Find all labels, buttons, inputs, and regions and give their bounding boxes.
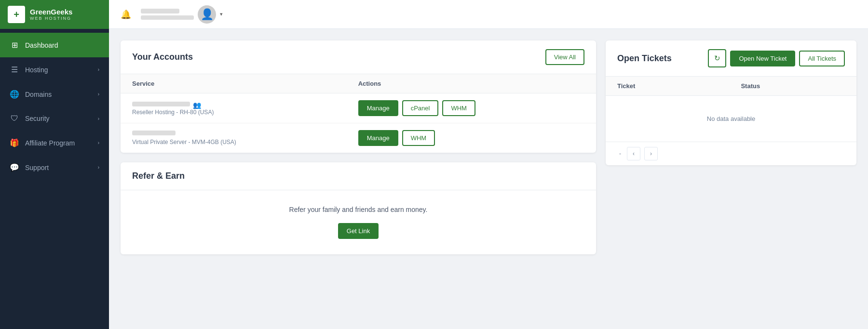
brand-name: GreenGeeks <box>30 8 72 16</box>
right-column: Open Tickets ↻ Open New Ticket All Ticke… <box>606 40 856 165</box>
username-redacted <box>141 9 179 13</box>
chevron-right-icon: › <box>98 67 99 72</box>
accounts-title: Your Accounts <box>132 52 193 62</box>
tickets-title: Open Tickets <box>617 53 672 64</box>
pagination-next-button[interactable]: › <box>644 147 658 160</box>
manage-button-row2[interactable]: Manage <box>358 130 398 146</box>
main-content: 🔔 👤 ▾ Your Accounts View All Ser <box>109 0 868 329</box>
sidebar-item-label: Support <box>25 164 49 171</box>
refresh-button[interactable]: ↻ <box>708 49 726 67</box>
avatar: 👤 <box>198 5 216 24</box>
sidebar-item-label: Security <box>25 115 50 122</box>
refer-earn-card: Refer & Earn Refer your family and frien… <box>121 162 596 254</box>
notification-bell-icon[interactable]: 🔔 <box>121 9 131 20</box>
page-content: Your Accounts View All Service Actions <box>109 29 868 329</box>
affiliate-icon: 🎁 <box>10 138 19 147</box>
header: 🔔 👤 ▾ <box>109 0 868 29</box>
email-redacted <box>141 15 194 20</box>
sidebar-item-dashboard[interactable]: ⊞ Dashboard <box>0 33 109 57</box>
refer-text: Refer your family and friends and earn m… <box>289 206 428 213</box>
tickets-table: Ticket Status No data available <box>606 77 856 142</box>
service-column-header: Service <box>121 74 347 93</box>
tickets-card-header: Open Tickets ↻ Open New Ticket All Ticke… <box>606 40 856 77</box>
service-cell: 👥 Reseller Hosting - RH-80 (USA) <box>121 93 347 123</box>
dashboard-icon: ⊞ <box>10 40 19 50</box>
accounts-table: Service Actions 👥 Reseller Hosting <box>121 74 596 153</box>
status-column-header: Status <box>729 77 856 96</box>
sidebar-item-label: Dashboard <box>25 41 58 49</box>
open-new-ticket-button[interactable]: Open New Ticket <box>730 51 795 66</box>
service-name-redacted <box>132 102 190 106</box>
chevron-right-icon: › <box>98 92 99 97</box>
brand-sub: WEB HOSTING <box>30 16 72 21</box>
sidebar-item-affiliate[interactable]: 🎁 Affiliate Program › <box>0 131 109 155</box>
user-menu[interactable]: 👤 ▾ <box>141 5 223 24</box>
refer-card-header: Refer & Earn <box>121 162 596 190</box>
user-info <box>141 9 194 20</box>
chevron-down-icon: ▾ <box>220 11 223 17</box>
table-row: Virtual Private Server - MVM-4GB (USA) M… <box>121 123 596 153</box>
empty-row: No data available <box>606 96 856 142</box>
sidebar-nav: ⊞ Dashboard ☰ Hosting › 🌐 Domains › 🛡 Se… <box>0 29 109 180</box>
chevron-right-icon: › <box>98 140 99 145</box>
all-tickets-button[interactable]: All Tickets <box>799 51 845 66</box>
service-detail: Reseller Hosting - RH-80 (USA) <box>132 109 335 116</box>
sidebar: + GreenGeeks WEB HOSTING ⊞ Dashboard ☰ H… <box>0 0 109 329</box>
service-cell: Virtual Private Server - MVM-4GB (USA) <box>121 123 347 153</box>
sidebar-item-hosting[interactable]: ☰ Hosting › <box>0 57 109 82</box>
tickets-header-buttons: ↻ Open New Ticket All Tickets <box>708 49 845 67</box>
logo-text-block: GreenGeeks WEB HOSTING <box>30 8 72 21</box>
empty-message: No data available <box>606 96 856 142</box>
sidebar-item-support[interactable]: 💬 Support › <box>0 155 109 180</box>
pagination-info: - <box>617 150 623 157</box>
whm-button-row2[interactable]: WHM <box>402 130 435 146</box>
sidebar-item-security[interactable]: 🛡 Security › <box>0 106 109 131</box>
service-detail: Virtual Private Server - MVM-4GB (USA) <box>132 139 335 145</box>
service-name-redacted <box>132 131 176 135</box>
sidebar-item-label: Domains <box>25 91 52 98</box>
left-column: Your Accounts View All Service Actions <box>121 40 596 254</box>
ticket-column-header: Ticket <box>606 77 729 96</box>
cpanel-button[interactable]: cPanel <box>402 100 439 116</box>
actions-cell: Manage cPanel WHM <box>347 93 596 123</box>
sidebar-item-label: Hosting <box>25 66 48 74</box>
sidebar-item-domains[interactable]: 🌐 Domains › <box>0 82 109 106</box>
security-icon: 🛡 <box>10 114 19 123</box>
action-buttons-row2: Manage WHM <box>358 130 584 146</box>
tickets-footer: - ‹ › <box>606 142 856 165</box>
accounts-card-header: Your Accounts View All <box>121 40 596 74</box>
logo-icon: + <box>8 6 25 23</box>
chevron-right-icon: › <box>98 165 99 170</box>
service-name-block: 👥 <box>132 101 335 109</box>
domains-icon: 🌐 <box>10 90 19 99</box>
refer-title: Refer & Earn <box>132 171 185 181</box>
get-link-button[interactable]: Get Link <box>338 223 379 239</box>
action-buttons-row1: Manage cPanel WHM <box>358 100 584 116</box>
reseller-icon: 👥 <box>193 101 201 109</box>
table-row: 👥 Reseller Hosting - RH-80 (USA) Manage … <box>121 93 596 123</box>
accounts-card: Your Accounts View All Service Actions <box>121 40 596 153</box>
view-all-button[interactable]: View All <box>545 49 584 65</box>
refer-body: Refer your family and friends and earn m… <box>121 190 596 254</box>
actions-column-header: Actions <box>347 74 596 93</box>
hosting-icon: ☰ <box>10 65 19 74</box>
actions-cell: Manage WHM <box>347 123 596 153</box>
sidebar-item-label: Affiliate Program <box>25 139 75 147</box>
support-icon: 💬 <box>10 163 19 172</box>
refresh-icon: ↻ <box>714 54 720 63</box>
tickets-card: Open Tickets ↻ Open New Ticket All Ticke… <box>606 40 856 165</box>
whm-button-row1[interactable]: WHM <box>442 100 475 116</box>
chevron-right-icon: › <box>98 116 99 121</box>
logo-area: + GreenGeeks WEB HOSTING <box>0 0 109 29</box>
pagination-prev-button[interactable]: ‹ <box>627 147 640 160</box>
manage-button-row1[interactable]: Manage <box>358 100 398 116</box>
